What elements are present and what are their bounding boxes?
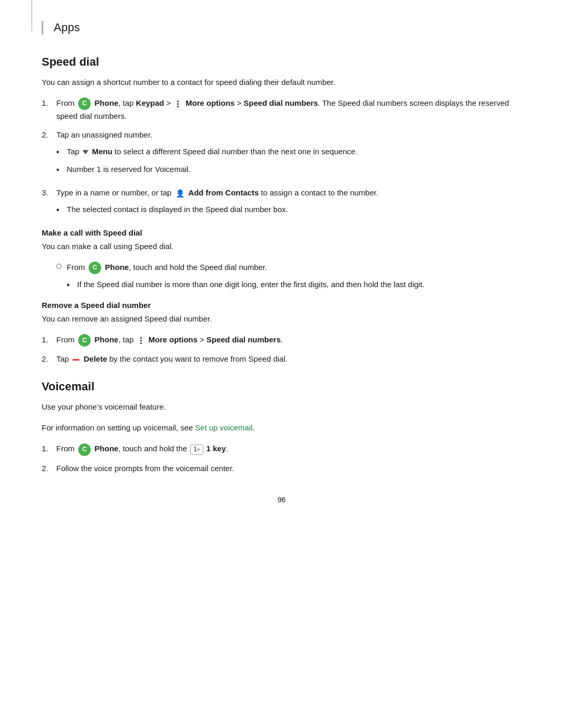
make-call-desc: You can make a call using Speed dial. xyxy=(42,240,521,253)
voicemail-steps: 1. From C Phone, touch and hold the 1∞ 1… xyxy=(42,442,521,474)
speed-dial-steps: 1. From C Phone, tap Keypad > More optio… xyxy=(42,97,521,221)
voicemail-step-1-content: From C Phone, touch and hold the 1∞ 1 ke… xyxy=(56,442,521,455)
set-up-voicemail-link[interactable]: Set up voicemail xyxy=(195,423,252,432)
add-contact-icon: 👤 xyxy=(175,188,185,199)
phone-icon-voicemail: C xyxy=(78,443,91,456)
bullet-2-1: • Tap Menu to select a different Speed d… xyxy=(56,145,521,159)
bullet-dot: • xyxy=(56,145,67,159)
phone-icon-1: C xyxy=(78,97,91,110)
menu-arrow-icon xyxy=(82,150,89,154)
remove-label: Remove a Speed dial number xyxy=(42,301,521,310)
voicemail-step-2-content: Follow the voice prompts from the voicem… xyxy=(56,462,521,475)
circle-bullet-item: • If the Speed dial number is more than … xyxy=(67,278,521,292)
key-1-box: 1∞ xyxy=(190,445,203,455)
voicemail-title: Voicemail xyxy=(42,380,521,393)
bullet-2-2-text: Number 1 is reserved for Voicemail. xyxy=(67,163,521,176)
voicemail-step-1-num: 1. xyxy=(42,442,56,455)
voicemail-desc1: Use your phone’s voicemail feature. xyxy=(42,401,521,413)
remove-step-1-num: 1. xyxy=(42,334,56,346)
voicemail-desc2: For information on setting up voicemail,… xyxy=(42,422,521,434)
add-from-contacts: Add from Contacts xyxy=(188,188,259,197)
page-number: 96 xyxy=(42,496,521,504)
phone-icon-circle: C xyxy=(89,262,101,274)
bullet-2-1-text: Tap Menu to select a different Speed dia… xyxy=(67,145,521,158)
step-2: 2. Tap an unassigned number. • Tap Menu … xyxy=(42,129,521,180)
voicemail-step-2: 2. Follow the voice prompts from the voi… xyxy=(42,462,521,475)
remove-step-1-content: From C Phone, tap More options > Speed d… xyxy=(56,334,521,347)
voicemail1-key: 1 key xyxy=(206,444,226,453)
step-2-content: Tap an unassigned number. • Tap Menu to … xyxy=(56,129,521,180)
bullet-3-1-text: The selected contact is displayed in the… xyxy=(67,203,521,216)
circle-phone: Phone xyxy=(105,263,129,272)
left-border xyxy=(31,0,32,31)
phone-icon-remove1: C xyxy=(78,334,91,347)
voicemail-desc2-after: . xyxy=(252,423,254,432)
voicemail-step-2-num: 2. xyxy=(42,462,56,475)
step-2-bullets: • Tap Menu to select a different Speed d… xyxy=(56,145,521,176)
remove-step-2: 2. Tap Delete by the contact you want to… xyxy=(42,353,521,365)
remove-step-1: 1. From C Phone, tap More options > Spee… xyxy=(42,334,521,347)
step-3-bullets: • The selected contact is displayed in t… xyxy=(56,203,521,217)
delete-label: Delete xyxy=(84,354,107,363)
step-3-num: 3. xyxy=(42,187,56,199)
circle-item: From C Phone, touch and hold the Speed d… xyxy=(56,261,521,296)
remove-step-2-num: 2. xyxy=(42,353,56,365)
voicemail-section: Voicemail Use your phone’s voicemail fea… xyxy=(42,380,521,474)
voicemail-desc2-before: For information on setting up voicemail,… xyxy=(42,423,195,432)
delete-icon xyxy=(72,359,80,361)
speed-dial-intro: You can assign a shortcut number to a co… xyxy=(42,76,521,89)
remove1-more-options: More options xyxy=(149,335,198,344)
step1-more-options: More options xyxy=(186,98,235,107)
step1-phone: Phone xyxy=(94,98,118,107)
step-1-num: 1. xyxy=(42,97,56,109)
bullet-dot-3: • xyxy=(56,203,67,217)
step1-keypad: Keypad xyxy=(136,98,164,107)
circle-bullet xyxy=(56,264,62,269)
remove-desc: You can remove an assigned Speed dial nu… xyxy=(42,313,521,325)
make-call-label: Make a call with Speed dial xyxy=(42,228,521,237)
step-1-content: From C Phone, tap Keypad > More options … xyxy=(56,97,521,122)
step1-speed-dial: Speed dial numbers xyxy=(243,98,318,107)
menu-label: Menu xyxy=(92,147,113,156)
circle-item-text: From C Phone, touch and hold the Speed d… xyxy=(67,261,521,296)
step-1: 1. From C Phone, tap Keypad > More optio… xyxy=(42,97,521,122)
remove-step-2-content: Tap Delete by the contact you want to re… xyxy=(56,353,521,365)
step-3: 3. Type in a name or number, or tap 👤 Ad… xyxy=(42,187,521,221)
more-options-icon-2 xyxy=(137,336,145,345)
circle-bullets: • If the Speed dial number is more than … xyxy=(67,278,521,292)
more-options-icon-1 xyxy=(174,99,182,108)
step-3-content: Type in a name or number, or tap 👤 Add f… xyxy=(56,187,521,221)
speed-dial-title: Speed dial xyxy=(42,55,521,69)
circle-sub-text: If the Speed dial number is more than on… xyxy=(77,278,521,291)
voicemail-step-1: 1. From C Phone, touch and hold the 1∞ 1… xyxy=(42,442,521,455)
apps-header: Apps xyxy=(42,21,521,34)
voicemail1-phone: Phone xyxy=(94,444,118,453)
step-2-num: 2. xyxy=(42,129,56,141)
bullet-2-2: • Number 1 is reserved for Voicemail. xyxy=(56,163,521,177)
circle-sub-dot: • xyxy=(67,278,77,292)
remove1-speed-dial: Speed dial numbers xyxy=(206,335,281,344)
bullet-3-1: • The selected contact is displayed in t… xyxy=(56,203,521,217)
remove-steps: 1. From C Phone, tap More options > Spee… xyxy=(42,334,521,365)
bullet-dot-2: • xyxy=(56,163,67,177)
remove1-phone: Phone xyxy=(94,335,118,344)
